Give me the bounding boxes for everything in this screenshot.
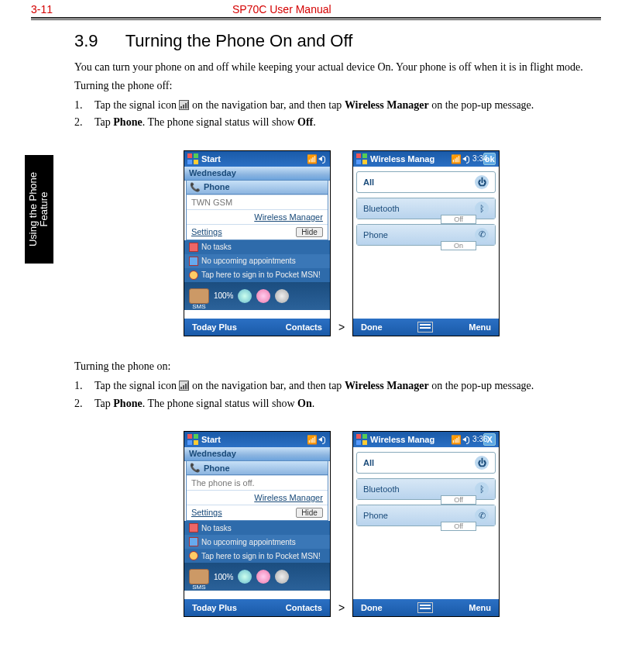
bt-state: Off bbox=[441, 215, 476, 224]
softkey-bar: Done Menu bbox=[353, 599, 499, 616]
page-header: 3-11 SP70C User Manual bbox=[0, 0, 632, 17]
settings-row: SettingsHide bbox=[187, 505, 328, 520]
status-icons[interactable]: 📶 3:36 X bbox=[451, 433, 496, 446]
date-row[interactable]: Wednesday bbox=[184, 167, 330, 181]
text: on the pop-up message. bbox=[429, 380, 534, 391]
app-icon[interactable] bbox=[256, 570, 270, 584]
settings-link[interactable]: Settings bbox=[191, 227, 222, 237]
bold-text: On bbox=[297, 398, 312, 409]
wireless-manager-link[interactable]: Wireless Manager bbox=[254, 493, 323, 502]
battery-label: 100% bbox=[214, 291, 234, 300]
softkey-right[interactable]: Contacts bbox=[286, 603, 322, 612]
app-icon[interactable] bbox=[238, 570, 252, 584]
wireless-manager-link[interactable]: Wireless Manager bbox=[254, 212, 323, 222]
sms-icon[interactable] bbox=[189, 569, 209, 584]
power-icon: ⏻ bbox=[475, 456, 489, 470]
speaker-icon[interactable] bbox=[462, 154, 471, 164]
phone-icon: 📞 bbox=[190, 463, 201, 473]
on-step-2: 2.Tap Phone. The phone signal status wil… bbox=[94, 395, 609, 412]
softkey-left[interactable]: Today Plus bbox=[192, 603, 237, 612]
signal-icon[interactable]: 📶 bbox=[307, 154, 316, 164]
body: All⏻ Bluetoothᛒ Off Phone✆ Off bbox=[353, 447, 499, 599]
title-text[interactable]: Start bbox=[201, 154, 304, 164]
app-icon[interactable] bbox=[275, 570, 289, 584]
wm-bluetooth-item[interactable]: Bluetoothᛒ Off bbox=[356, 198, 496, 219]
text: . bbox=[312, 398, 315, 409]
status-icons[interactable]: 📶 3:34 ok bbox=[451, 153, 496, 165]
section-heading: 3.9 Turning the Phone On and Off bbox=[74, 31, 609, 51]
bold-text: Phone bbox=[113, 116, 142, 128]
day-label: Wednesday bbox=[189, 168, 236, 177]
launcher-strip[interactable]: 100% bbox=[184, 563, 330, 591]
wm-all-item[interactable]: All⏻ bbox=[356, 452, 496, 474]
step-number: 1. bbox=[74, 97, 94, 114]
tasks-item[interactable]: No tasks bbox=[184, 521, 330, 535]
wm-link-row: Wireless Manager bbox=[187, 490, 328, 505]
bt-state: Off bbox=[441, 495, 476, 505]
softkey-right[interactable]: Contacts bbox=[286, 322, 322, 332]
date-row[interactable]: Wednesday bbox=[184, 447, 330, 461]
wm-all-item[interactable]: All⏻ bbox=[356, 171, 496, 193]
status-icons[interactable]: 📶 bbox=[307, 154, 327, 164]
softkey-bar: Done Menu bbox=[353, 319, 499, 336]
status-icons[interactable]: 📶 bbox=[307, 435, 327, 444]
signal-icon[interactable]: 📶 bbox=[451, 154, 460, 164]
on-heading: Turning the phone on: bbox=[74, 360, 609, 374]
tasks-item[interactable]: No tasks bbox=[184, 240, 330, 254]
label: No upcoming appointments bbox=[201, 538, 296, 546]
body: Wednesday 📞Phone TWN GSM Wireless Manage… bbox=[184, 167, 330, 319]
appts-item[interactable]: No upcoming appointments bbox=[184, 254, 330, 268]
msn-item[interactable]: Tap here to sign in to Pocket MSN! bbox=[184, 268, 330, 282]
settings-row: SettingsHide bbox=[187, 224, 328, 240]
wireless-manager-screen-1: Wireless Manag 📶 3:34 ok All⏻ Bluetoothᛒ… bbox=[352, 150, 500, 336]
tasks-icon bbox=[189, 243, 198, 252]
msn-item[interactable]: Tap here to sign in to Pocket MSN! bbox=[184, 549, 330, 563]
speaker-icon[interactable] bbox=[318, 154, 327, 164]
softkey-left[interactable]: Done bbox=[361, 322, 383, 332]
softkey-left[interactable]: Done bbox=[361, 603, 383, 612]
windows-icon[interactable] bbox=[356, 153, 367, 164]
phone-icon: ✆ bbox=[475, 508, 489, 522]
wm-phone-item[interactable]: Phone✆ Off bbox=[356, 505, 496, 526]
hide-button[interactable]: Hide bbox=[296, 227, 323, 237]
text: Tap bbox=[94, 398, 113, 409]
screenshot-row-1: Start 📶 Wednesday 📞Phone TWN GSM Wireles… bbox=[74, 150, 609, 336]
settings-link[interactable]: Settings bbox=[191, 508, 222, 518]
app-icon[interactable] bbox=[238, 289, 252, 303]
label: All bbox=[363, 458, 374, 467]
label: Tap here to sign in to Pocket MSN! bbox=[201, 552, 321, 560]
keyboard-icon[interactable] bbox=[417, 322, 433, 333]
manual-title: SP70C User Manual bbox=[232, 3, 331, 16]
signal-icon[interactable]: 📶 bbox=[451, 435, 460, 444]
intro-paragraph: You can turn your phone on and off while… bbox=[74, 60, 609, 74]
windows-icon[interactable] bbox=[356, 434, 367, 445]
launcher-strip[interactable]: 100% bbox=[184, 282, 330, 310]
tasks-icon bbox=[189, 523, 198, 532]
sms-icon[interactable] bbox=[189, 288, 209, 304]
keyboard-icon[interactable] bbox=[417, 602, 433, 613]
signal-icon[interactable]: 📶 bbox=[307, 435, 316, 444]
windows-icon[interactable] bbox=[187, 434, 198, 445]
windows-icon[interactable] bbox=[187, 153, 198, 164]
softkey-left[interactable]: Today Plus bbox=[192, 322, 237, 332]
separator-gt: > bbox=[338, 601, 345, 617]
label: No upcoming appointments bbox=[201, 257, 296, 265]
screenshot-row-2: Start 📶 Wednesday 📞Phone The phone is of… bbox=[74, 431, 609, 617]
speaker-icon[interactable] bbox=[318, 435, 327, 444]
appts-item[interactable]: No upcoming appointments bbox=[184, 535, 330, 549]
app-icon[interactable] bbox=[275, 289, 289, 303]
title-text: Wireless Manag bbox=[370, 435, 448, 444]
bold-text: Off bbox=[297, 116, 313, 128]
calendar-icon bbox=[189, 537, 198, 546]
hide-button[interactable]: Hide bbox=[296, 508, 323, 518]
label: Phone bbox=[363, 230, 388, 240]
day-label: Wednesday bbox=[189, 449, 236, 458]
title-text[interactable]: Start bbox=[201, 435, 304, 444]
wm-bluetooth-item[interactable]: Bluetoothᛒ Off bbox=[356, 478, 496, 500]
wm-phone-item[interactable]: Phone✆ On bbox=[356, 224, 496, 246]
speaker-icon[interactable] bbox=[462, 435, 471, 444]
phone-popup: 📞Phone TWN GSM Wireless Manager Settings… bbox=[186, 181, 328, 240]
softkey-right[interactable]: Menu bbox=[469, 603, 491, 612]
softkey-right[interactable]: Menu bbox=[469, 322, 491, 332]
app-icon[interactable] bbox=[256, 289, 270, 303]
